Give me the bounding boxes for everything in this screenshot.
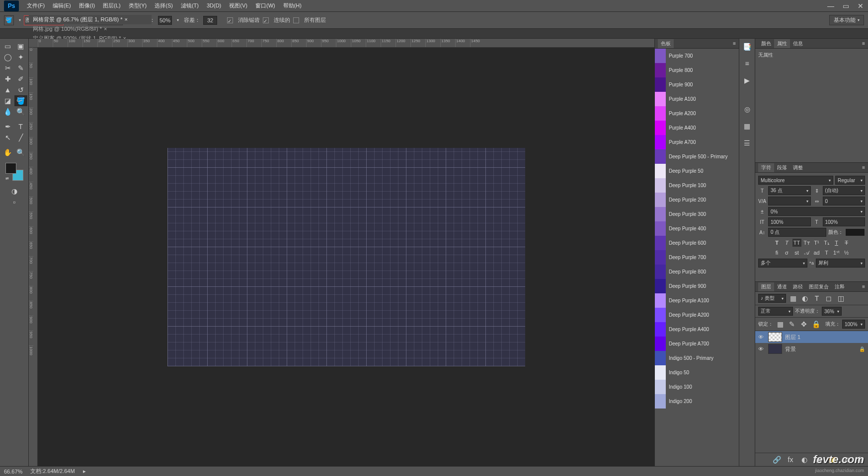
filter-smart-icon[interactable]: ◫ — [836, 293, 846, 303]
superscript-button[interactable]: T¹ — [812, 239, 821, 247]
hscale-input[interactable]: 100% — [823, 217, 866, 226]
artboard-tool-icon[interactable]: ▣ — [14, 41, 27, 52]
filter-adjust-icon[interactable]: ◐ — [800, 293, 810, 303]
swatch-row[interactable]: Deep Purple 900 — [655, 279, 739, 293]
doc-size[interactable]: 文档:2.64M/2.64M — [30, 468, 75, 475]
zoom-level[interactable]: 66.67% — [4, 469, 22, 475]
liga-st-button[interactable]: st — [792, 249, 801, 257]
swatch-row[interactable]: Purple A100 — [655, 92, 739, 106]
lock-transparency-icon[interactable]: ▦ — [775, 319, 785, 329]
tab-properties[interactable]: 属性 — [774, 39, 790, 48]
swatch-row[interactable]: Indigo 100 — [655, 380, 739, 394]
stamp-tool-icon[interactable]: ▲ — [1, 84, 14, 95]
history-icon[interactable]: 📑 — [742, 42, 752, 52]
menu-item[interactable]: 类型(Y) — [125, 0, 151, 10]
liga-fi-button[interactable]: fi — [773, 249, 782, 257]
swatch-row[interactable]: Deep Purple 100 — [655, 178, 739, 193]
liga-ord-button[interactable]: σ — [783, 249, 791, 257]
panel-menu-icon[interactable]: ≡ — [862, 165, 865, 170]
swatch-row[interactable]: Deep Purple 200 — [655, 193, 739, 207]
chevron-down-icon[interactable]: ▾ — [177, 18, 179, 22]
swatch-row[interactable]: Deep Purple 500 - Primary — [655, 149, 739, 164]
layer-opacity-input[interactable]: 36%▾ — [822, 307, 842, 316]
chevron-down-icon[interactable]: ▾ — [19, 18, 21, 22]
tab-comps[interactable]: 图层复合 — [806, 282, 832, 291]
contiguous-checkbox[interactable] — [263, 17, 269, 23]
blur-tool-icon[interactable]: 💧 — [1, 106, 14, 117]
tolerance-input[interactable] — [203, 16, 217, 25]
antialiasing-dropdown[interactable]: 犀利▾ — [816, 259, 865, 268]
allcaps-button[interactable]: TT — [792, 239, 801, 247]
menu-item[interactable]: 图像(I) — [75, 0, 99, 10]
subscript-button[interactable]: T₁ — [822, 239, 831, 247]
tab-adjustments[interactable]: 调整 — [790, 163, 806, 172]
swatch-row[interactable]: Purple 800 — [655, 63, 739, 77]
filter-type-icon[interactable]: T — [812, 293, 822, 303]
baseline-shift-input[interactable]: 0 点 — [768, 228, 826, 237]
swatch-row[interactable]: Deep Purple A100 — [655, 293, 739, 308]
swatch-row[interactable]: Deep Purple 400 — [655, 221, 739, 236]
swatch-row[interactable]: Deep Purple 600 — [655, 236, 739, 250]
link-layers-icon[interactable]: 🔗 — [772, 455, 782, 465]
color-swatches[interactable]: ⇄ — [5, 163, 23, 181]
document-tab[interactable]: 网格背景 @ 66.7% (图层 1, RGB/8) *× — [29, 15, 152, 24]
shape-tool-icon[interactable]: ╱ — [14, 132, 27, 143]
lock-all-icon[interactable]: 🔒 — [811, 319, 821, 329]
pen-tool-icon[interactable]: ✒ — [1, 121, 14, 132]
filter-pixel-icon[interactable]: ▦ — [788, 293, 798, 303]
menu-item[interactable]: 窗口(W) — [251, 0, 279, 10]
kerning-input[interactable]: ▾ — [768, 197, 811, 205]
layer-mask-icon[interactable]: ◐ — [799, 455, 809, 465]
close-button[interactable]: ✕ — [853, 1, 868, 11]
lasso-tool-icon[interactable]: ◯ — [1, 52, 14, 63]
layer-fill-input[interactable]: 100%▾ — [842, 320, 865, 329]
tab-paragraph[interactable]: 段落 — [774, 163, 790, 172]
layer-kind-filter[interactable]: ♪ 类型▾ — [758, 294, 786, 303]
menu-item[interactable]: 选择(S) — [151, 0, 177, 10]
close-icon[interactable]: × — [125, 16, 128, 22]
lock-position-icon[interactable]: ✥ — [799, 319, 809, 329]
text-color-swatch[interactable] — [845, 228, 865, 236]
baseline-pct-input[interactable]: 0%▾ — [768, 207, 865, 216]
libraries-icon[interactable]: ☰ — [742, 138, 752, 148]
styles-icon[interactable]: ▦ — [742, 121, 752, 131]
swatch-row[interactable]: Purple 900 — [655, 77, 739, 92]
swap-colors-icon[interactable]: ⇄ — [5, 176, 9, 181]
zoom-tool-icon[interactable]: 🔍 — [14, 147, 27, 158]
screen-mode-icon[interactable]: ▫ — [8, 197, 21, 207]
all-layers-checkbox[interactable] — [293, 17, 299, 23]
font-family-dropdown[interactable]: Multicolore▾ — [758, 176, 833, 185]
menu-item[interactable]: 图层(L) — [99, 0, 124, 10]
quick-mask-icon[interactable]: ◑ — [8, 186, 21, 197]
tab-channels[interactable]: 通道 — [774, 282, 790, 291]
panel-menu-icon[interactable]: ≡ — [862, 284, 865, 289]
filter-shape-icon[interactable]: ◻ — [824, 293, 834, 303]
language-dropdown[interactable]: 多个▾ — [758, 259, 807, 268]
liga-titling-button[interactable]: ad — [812, 249, 821, 257]
font-style-dropdown[interactable]: Regular▾ — [835, 176, 865, 185]
close-icon[interactable]: × — [104, 26, 107, 32]
move-tool-icon[interactable]: ▭ — [1, 41, 14, 52]
eyedropper-tool-icon[interactable]: ✎ — [14, 63, 27, 73]
swatch-row[interactable]: Deep Purple 700 — [655, 250, 739, 265]
swatch-row[interactable]: Indigo 50 — [655, 365, 739, 380]
swatch-row[interactable]: Purple A200 — [655, 106, 739, 121]
panel-menu-icon[interactable]: ≡ — [733, 41, 736, 46]
actions-icon[interactable]: ≡ — [742, 59, 752, 68]
swatch-row[interactable]: Deep Purple A400 — [655, 322, 739, 337]
healing-tool-icon[interactable]: ✚ — [1, 73, 14, 84]
menu-item[interactable]: 编辑(E) — [49, 0, 75, 10]
font-size-input[interactable]: 36 点▾ — [768, 186, 811, 195]
menu-item[interactable]: 滤镜(T) — [177, 0, 203, 10]
swatch-row[interactable]: Deep Purple 800 — [655, 265, 739, 279]
tab-notes[interactable]: 注释 — [832, 282, 848, 291]
tracking-input[interactable]: 0▾ — [823, 197, 866, 205]
chevron-right-icon[interactable]: ▸ — [83, 468, 86, 475]
tab-color[interactable]: 颜色 — [758, 39, 774, 48]
strikethrough-button[interactable]: T — [842, 239, 851, 247]
maximize-button[interactable]: ▭ — [838, 1, 853, 11]
layer-row[interactable]: 👁图层 1 — [755, 331, 868, 343]
visibility-icon[interactable]: 👁 — [758, 346, 765, 352]
tab-character[interactable]: 字符 — [758, 163, 774, 172]
swatch-row[interactable]: Deep Purple A700 — [655, 337, 739, 351]
